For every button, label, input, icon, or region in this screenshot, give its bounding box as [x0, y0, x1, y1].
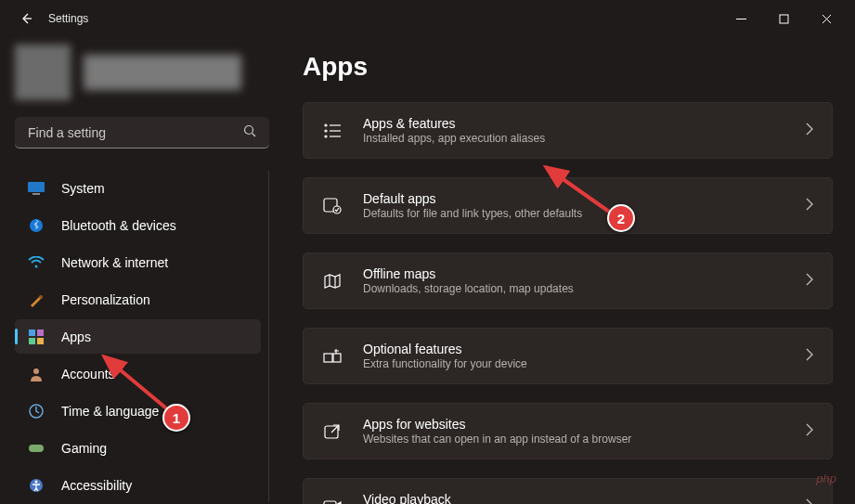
card-optional-features[interactable]: Optional features Extra functionality fo… — [303, 328, 833, 384]
sidebar-item-personalization[interactable]: Personalization — [15, 282, 261, 317]
svg-point-22 — [325, 130, 327, 132]
clock-globe-icon — [28, 403, 45, 420]
svg-point-9 — [35, 265, 38, 267]
svg-rect-14 — [37, 338, 44, 344]
card-apps-for-websites[interactable]: Apps for websites Websites that can open… — [303, 403, 833, 459]
svg-rect-11 — [29, 330, 35, 336]
close-button[interactable] — [805, 4, 848, 33]
card-subtitle: Websites that can open in an app instead… — [363, 433, 785, 446]
svg-rect-6 — [28, 182, 45, 192]
sidebar-item-label: Network & internet — [61, 255, 168, 270]
sidebar-item-network[interactable]: Network & internet — [15, 245, 261, 279]
svg-rect-7 — [32, 193, 40, 195]
paintbrush-icon — [28, 291, 45, 308]
search-icon[interactable] — [243, 124, 256, 141]
sidebar-item-label: Gaming — [61, 441, 107, 456]
card-body: Apps for websites Websites that can open… — [363, 417, 785, 446]
svg-line-5 — [253, 133, 256, 136]
window-controls — [719, 4, 848, 33]
search-input[interactable] — [28, 125, 243, 140]
sidebar-item-label: Time & language — [61, 404, 159, 419]
list-icon — [322, 121, 343, 141]
bluetooth-icon — [28, 217, 45, 234]
titlebar-left: Settings — [7, 9, 88, 28]
gamepad-icon — [28, 440, 45, 457]
card-list: Apps & features Installed apps, app exec… — [303, 102, 833, 504]
chevron-right-icon — [806, 123, 813, 139]
chevron-right-icon — [806, 498, 813, 505]
sidebar-item-apps[interactable]: Apps — [15, 319, 261, 354]
svg-rect-1 — [780, 15, 788, 23]
nav-list: System Bluetooth & devices Network & int… — [15, 171, 269, 502]
card-offline-maps[interactable]: Offline maps Downloads, storage location… — [303, 252, 833, 309]
svg-rect-29 — [333, 354, 341, 362]
window-title: Settings — [48, 12, 88, 25]
maximize-button[interactable] — [762, 4, 805, 33]
accessibility-icon — [28, 477, 45, 494]
sidebar: System Bluetooth & devices Network & int… — [0, 37, 279, 504]
card-title: Default apps — [363, 191, 785, 206]
svg-rect-28 — [324, 354, 332, 362]
content-area: Apps Apps & features Installed apps, app… — [279, 37, 855, 504]
sidebar-item-accounts[interactable]: Accounts — [15, 356, 261, 391]
display-icon — [28, 180, 45, 197]
svg-rect-13 — [29, 338, 35, 344]
svg-point-15 — [33, 368, 39, 374]
profile-info-redacted — [84, 55, 241, 90]
sidebar-item-bluetooth[interactable]: Bluetooth & devices — [15, 208, 261, 242]
main-layout: System Bluetooth & devices Network & int… — [0, 37, 855, 504]
svg-point-24 — [325, 136, 327, 137]
card-subtitle: Downloads, storage location, map updates — [363, 282, 785, 295]
sidebar-item-label: Accessibility — [61, 478, 132, 493]
default-apps-icon — [322, 196, 343, 216]
search-box[interactable] — [15, 117, 269, 149]
open-external-icon — [322, 421, 343, 442]
sidebar-item-label: Bluetooth & devices — [61, 218, 176, 233]
chevron-right-icon — [806, 198, 813, 214]
chevron-right-icon — [806, 423, 813, 440]
apps-icon — [28, 329, 45, 345]
sidebar-item-label: Accounts — [61, 367, 115, 381]
profile-block[interactable] — [15, 37, 269, 117]
sidebar-item-time-language[interactable]: Time & language — [15, 394, 261, 428]
card-subtitle: Installed apps, app execution aliases — [363, 132, 785, 145]
card-subtitle: Defaults for file and link types, other … — [363, 207, 785, 220]
svg-rect-31 — [324, 501, 336, 505]
sidebar-item-label: Personalization — [61, 292, 150, 307]
card-video-playback[interactable]: Video playback Video adjustments, HDR st… — [303, 478, 833, 504]
card-default-apps[interactable]: Default apps Defaults for file and link … — [303, 177, 833, 234]
svg-rect-17 — [29, 445, 44, 452]
avatar — [15, 45, 71, 100]
map-icon — [322, 271, 343, 291]
card-title: Apps for websites — [363, 417, 785, 432]
video-icon — [322, 497, 343, 505]
card-body: Default apps Defaults for file and link … — [363, 191, 785, 220]
page-title: Apps — [303, 52, 833, 82]
wifi-icon — [28, 254, 45, 271]
chevron-right-icon — [806, 348, 813, 365]
sidebar-item-label: Apps — [61, 330, 91, 344]
optional-features-icon — [322, 346, 343, 367]
svg-point-20 — [325, 124, 327, 126]
card-title: Offline maps — [363, 266, 785, 281]
sidebar-item-gaming[interactable]: Gaming — [15, 431, 261, 465]
titlebar: Settings — [0, 0, 855, 37]
card-title: Optional features — [363, 342, 785, 356]
back-icon[interactable] — [17, 9, 35, 28]
chevron-right-icon — [806, 273, 813, 290]
card-body: Optional features Extra functionality fo… — [363, 342, 785, 370]
card-title: Apps & features — [363, 116, 785, 131]
card-body: Apps & features Installed apps, app exec… — [363, 116, 785, 145]
card-subtitle: Extra functionality for your device — [363, 357, 785, 370]
sidebar-item-label: System — [61, 181, 105, 196]
card-apps-features[interactable]: Apps & features Installed apps, app exec… — [303, 102, 833, 159]
svg-point-10 — [39, 295, 43, 299]
svg-rect-12 — [37, 330, 44, 336]
minimize-button[interactable] — [719, 4, 762, 33]
svg-point-4 — [245, 125, 253, 134]
sidebar-item-system[interactable]: System — [15, 171, 261, 205]
sidebar-item-accessibility[interactable]: Accessibility — [15, 468, 261, 502]
person-icon — [28, 366, 45, 382]
svg-point-19 — [35, 480, 38, 483]
card-body: Video playback Video adjustments, HDR st… — [363, 492, 785, 504]
